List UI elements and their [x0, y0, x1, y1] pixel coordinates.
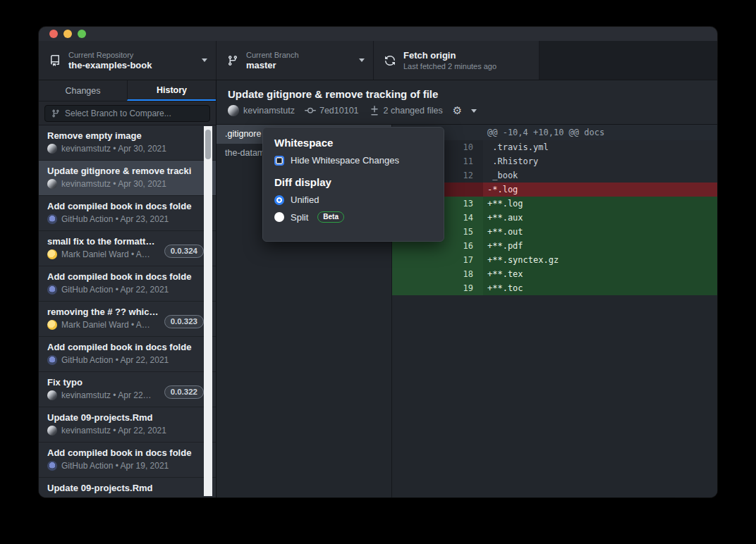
commit-list-item[interactable]: Remove empty imagekevinamstutz • Apr 30,… — [39, 125, 216, 161]
gear-icon[interactable]: ⚙ — [453, 105, 462, 116]
commit-title: Add compiled book in docs folder. — [47, 342, 192, 352]
app-window: Current Repository the-examples-book Cur… — [39, 27, 717, 497]
avatar — [47, 285, 57, 295]
chevron-down-icon — [359, 58, 365, 62]
diff-empty-area — [392, 295, 717, 497]
commit-list-item[interactable]: Add compiled book in docs folder.GitHub … — [39, 196, 216, 231]
commit-meta: kevinamstutz • Apr 30, 2021 — [47, 179, 192, 189]
tab-changes[interactable]: Changes — [39, 80, 127, 101]
commit-list-item[interactable]: Add compiled book in docs folder.GitHub … — [39, 443, 216, 478]
commit-meta: kevinamstutz • Apr 22, 2021 — [47, 426, 192, 435]
commit-sha: 7ed10101 — [319, 106, 359, 116]
beta-badge: Beta — [317, 211, 344, 223]
avatar — [47, 355, 57, 365]
branch-icon — [51, 109, 60, 118]
diff-line-text: +**.log — [483, 197, 717, 211]
commit-list-item[interactable]: removing the # ?? whic…Mark Daniel Ward … — [39, 302, 216, 337]
radio-selected[interactable] — [274, 195, 284, 205]
commit-list-item[interactable]: Update 09-projects.Rmd — [39, 478, 216, 497]
diff-new-line-number: 16 — [437, 239, 483, 253]
avatar — [228, 105, 239, 116]
title-bar — [39, 27, 717, 41]
commit-list-item[interactable]: Update gitignore & remove tracki…kevinam… — [39, 161, 216, 196]
commit-title: Add compiled book in docs folder. — [47, 271, 192, 282]
history-sidebar: Changes History Select Branch to Compare… — [39, 80, 217, 497]
commit-list-item[interactable]: Fix typokevinamstutz • Apr 22…0.0.322 — [39, 372, 216, 407]
diff-row: 19+**.toc — [392, 281, 717, 295]
close-window-button[interactable] — [49, 30, 58, 38]
version-badge: 0.0.322 — [164, 385, 204, 399]
radio-label: Split — [291, 212, 308, 223]
diff-line-text: +**.toc — [483, 281, 717, 295]
diff-display-heading: Diff display — [274, 176, 432, 188]
avatar — [47, 249, 57, 259]
fetch-origin-label: Fetch origin — [403, 50, 530, 61]
commit-title: Update 09-projects.Rmd — [47, 483, 192, 493]
hide-whitespace-option[interactable]: Hide Whitespace Changes — [274, 155, 432, 166]
commit-meta-text: GitHub Action • Apr 19, 2021 — [61, 461, 169, 471]
commit-meta-text: GitHub Action • Apr 23, 2021 — [61, 214, 169, 224]
diff-old-line-number — [392, 253, 437, 267]
commit-meta: GitHub Action • Apr 19, 2021 — [47, 461, 192, 471]
commit-meta-text: GitHub Action • Apr 22, 2021 — [61, 285, 169, 295]
diff-line-text: -*.log — [483, 183, 717, 197]
diff-display-option[interactable]: Unified — [274, 194, 432, 205]
diff-new-line-number: 18 — [437, 267, 483, 281]
diff-row: 18+**.tex — [392, 267, 717, 281]
chevron-down-icon — [202, 58, 207, 62]
current-repository-button[interactable]: Current Repository the-examples-book — [39, 41, 217, 80]
commit-title: Remove empty image — [47, 130, 192, 141]
commit-meta-text: kevinamstutz • Apr 22… — [61, 390, 152, 400]
git-commit-icon — [305, 105, 316, 116]
zoom-window-button[interactable] — [78, 30, 86, 38]
toolbar: Current Repository the-examples-book Cur… — [39, 41, 717, 80]
branch-label: Current Branch — [246, 50, 353, 60]
select-branch-to-compare-input[interactable]: Select Branch to Compare... — [44, 105, 210, 122]
commit-meta: kevinamstutz • Apr 30, 2021 — [47, 144, 192, 154]
diff-display-option[interactable]: SplitBeta — [274, 211, 432, 223]
changed-files-count: 2 changed files — [384, 106, 443, 116]
diff-old-line-number — [392, 281, 437, 295]
commit-meta: GitHub Action • Apr 22, 2021 — [47, 285, 192, 295]
diff-new-line-number: 19 — [437, 281, 483, 295]
repository-name: the-examples-book — [68, 60, 196, 71]
repository-label: Current Repository — [68, 50, 196, 60]
commit-list-item[interactable]: Add compiled book in docs folder.GitHub … — [39, 266, 216, 302]
diff-line-text: .Rhistory — [483, 154, 717, 168]
commit-meta-text: kevinamstutz • Apr 22, 2021 — [61, 426, 166, 435]
commit-author: kevinamstutz — [243, 106, 295, 116]
minimize-window-button[interactable] — [63, 30, 72, 38]
tab-history[interactable]: History — [127, 80, 216, 101]
version-badge: 0.0.323 — [164, 315, 204, 328]
avatar — [47, 390, 57, 400]
commit-meta-text: Mark Daniel Ward • A… — [61, 320, 150, 330]
chevron-down-icon — [471, 109, 477, 113]
diff-options-button[interactable]: ⚙ — [453, 105, 477, 116]
commit-title: Update 09-projects.Rmd — [47, 412, 192, 423]
diff-line-text: @@ -10,4 +10,10 @@ docs — [483, 125, 717, 140]
current-branch-button[interactable]: Current Branch master — [217, 41, 374, 80]
radio-unselected[interactable] — [274, 212, 284, 222]
commit-meta: GitHub Action • Apr 22, 2021 — [47, 355, 192, 365]
diff-options-popover: Whitespace Hide Whitespace Changes Diff … — [262, 127, 444, 242]
commit-list-item[interactable]: Add compiled book in docs folder.GitHub … — [39, 337, 216, 372]
branch-name: master — [246, 60, 353, 71]
sync-icon — [384, 55, 396, 66]
diff-old-line-number — [392, 267, 437, 281]
commit-list-item[interactable]: Update 09-projects.Rmdkevinamstutz • Apr… — [39, 407, 216, 443]
fetch-origin-button[interactable]: Fetch origin Last fetched 2 minutes ago — [374, 41, 539, 80]
commit-title: Add compiled book in docs folder. — [47, 201, 192, 211]
checkbox-unchecked[interactable] — [274, 156, 284, 166]
scrollbar-track[interactable] — [204, 126, 212, 496]
avatar — [47, 144, 57, 154]
commit-list-item[interactable]: small fix to the formatt…Mark Daniel War… — [39, 231, 216, 266]
scrollbar-thumb[interactable] — [205, 130, 211, 159]
avatar — [47, 179, 57, 189]
avatar — [47, 320, 57, 330]
toolbar-spacer — [539, 41, 717, 80]
commit-meta-text: GitHub Action • Apr 22, 2021 — [61, 355, 169, 365]
avatar — [47, 461, 57, 471]
commit-summary-title: Update gitignore & remove tracking of fi… — [228, 88, 706, 100]
commit-meta: GitHub Action • Apr 23, 2021 — [47, 214, 192, 224]
commit-history-list: Remove empty imagekevinamstutz • Apr 30,… — [39, 125, 216, 497]
